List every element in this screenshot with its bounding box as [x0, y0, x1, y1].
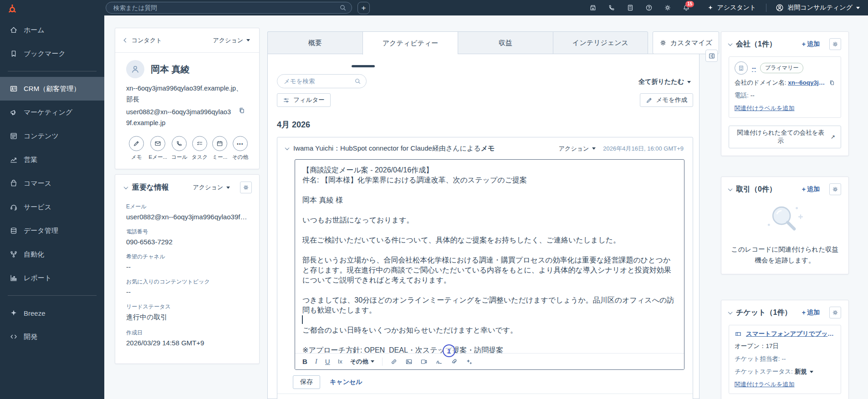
sidebar-item-breeze[interactable]: Breeze	[0, 301, 104, 325]
add-ticket-link[interactable]: +追加	[802, 308, 820, 317]
call-action-button[interactable]: コール	[171, 136, 188, 161]
sidebar-item-service[interactable]: サービス	[0, 195, 104, 219]
tab-revenue[interactable]: 収益	[458, 31, 553, 54]
companies-settings-button[interactable]	[829, 38, 841, 50]
insert-video-icon[interactable]	[420, 358, 428, 365]
assistant-button[interactable]: アシスタント	[707, 4, 756, 12]
search-icon[interactable]	[354, 78, 361, 85]
collapse-all-dropdown[interactable]: 全て折りたたむ	[638, 78, 691, 86]
insert-image-icon[interactable]	[405, 358, 413, 365]
contact-avatar	[126, 60, 144, 78]
sidebar-item-data[interactable]: データ管理	[0, 219, 104, 242]
field-email-value[interactable]: user0882@xn--6oqy3jma996qylao39f.e...	[126, 213, 248, 221]
sidebar-nav: ホーム ブックマーク CRM（顧客管理） マーケティング コンテンツ 営業 コマ…	[0, 18, 104, 348]
month-heading: 4月 2026	[277, 119, 310, 130]
collapse-note-chevron-icon[interactable]	[285, 146, 290, 150]
sidebar-item-label: 営業	[24, 156, 37, 164]
note-body[interactable]: 【商談設定メール案 - 2026/04/16作成】 件名: 【岡本様】化学業界に…	[295, 160, 684, 354]
calling-icon[interactable]	[602, 4, 621, 11]
note-search-input[interactable]	[277, 74, 367, 88]
collapse-right-panel-button[interactable]	[705, 50, 718, 62]
collapse-chevron-icon[interactable]	[728, 310, 733, 314]
settings-gear-icon[interactable]	[658, 4, 677, 11]
view-all-companies-button[interactable]: 関連付けられた全ての会社を表示↗	[729, 126, 841, 148]
account-menu[interactable]: 岩間コンサルティング	[776, 4, 863, 12]
copy-icon[interactable]	[829, 80, 835, 86]
task-action-button[interactable]: タスク	[192, 136, 208, 161]
add-association-label-link[interactable]: 関連付けラベルを追加	[735, 104, 795, 113]
create-note-button[interactable]: メモを作成	[640, 93, 693, 107]
task-icon	[192, 136, 207, 151]
meeting-action-button[interactable]: ミー...	[212, 136, 228, 161]
note-action-button[interactable]: メモ	[128, 136, 145, 161]
ai-assist-icon[interactable]	[465, 358, 473, 365]
collapse-chevron-icon[interactable]	[728, 187, 733, 191]
activity-panel: フィルター 全て折りたたむ メモを作成 4月 2026 Iwama Yuichi…	[267, 54, 700, 399]
email-action-button[interactable]: Eメー...	[149, 136, 168, 161]
note-editor[interactable]: 【商談設定メール案 - 2026/04/16作成】 件名: 【岡本様】化学業界に…	[295, 159, 684, 370]
note-search	[277, 74, 367, 88]
contact-actions-dropdown[interactable]: アクション	[213, 36, 250, 45]
calendar-icon	[212, 136, 227, 151]
notifications-bell-icon[interactable]: 15	[677, 4, 695, 11]
note-actions-dropdown[interactable]: アクション	[559, 145, 596, 153]
sidebar-item-commerce[interactable]: コマース	[0, 172, 104, 195]
tools-icon[interactable]	[621, 4, 639, 11]
tab-overview[interactable]: 概要	[267, 31, 363, 54]
quick-add-button[interactable]: +	[357, 2, 370, 14]
company-name-link[interactable]: --	[752, 65, 756, 72]
add-deal-link[interactable]: +追加	[802, 185, 820, 193]
sidebar-item-sales[interactable]: 営業	[0, 148, 104, 172]
sidebar-item-label: コンテンツ	[24, 132, 59, 141]
email-icon	[150, 136, 165, 151]
marketplace-icon[interactable]	[583, 4, 602, 11]
sidebar-item-marketing[interactable]: マーケティング	[0, 101, 104, 124]
help-icon[interactable]	[639, 4, 658, 11]
copy-icon[interactable]	[238, 107, 245, 114]
editor-toolbar: B I U Ix その他	[295, 353, 684, 369]
primary-badge: プライマリー	[760, 63, 803, 73]
back-to-contacts-link[interactable]: コンタクト	[124, 36, 162, 45]
sidebar-item-reports[interactable]: レポート	[0, 266, 104, 290]
attach-file-icon[interactable]	[450, 358, 458, 365]
company-domain-link[interactable]: xn--6oqy3jma9...	[788, 78, 829, 87]
toolbar-more-dropdown[interactable]: その他	[350, 358, 375, 366]
sidebar-item-automation[interactable]: 自動化	[0, 242, 104, 266]
sidebar-item-content[interactable]: コンテンツ	[0, 124, 104, 148]
hubspot-logo[interactable]	[0, 0, 104, 18]
user-avatar-icon	[776, 4, 784, 12]
tab-activities[interactable]: アクティビティー	[363, 31, 458, 55]
insert-link-icon[interactable]	[390, 358, 398, 365]
sidebar-item-dev[interactable]: 開発	[0, 325, 104, 348]
collapse-chevron-icon[interactable]	[728, 41, 733, 46]
sidebar-item-home[interactable]: ホーム	[0, 18, 104, 42]
more-action-button[interactable]: •••その他	[232, 136, 249, 161]
italic-button[interactable]: I	[315, 358, 317, 365]
sidebar-item-bookmarks[interactable]: ブックマーク	[0, 42, 104, 66]
insert-snippet-icon[interactable]	[435, 358, 443, 365]
clear-format-button[interactable]: Ix	[338, 358, 342, 365]
about-actions-dropdown[interactable]: アクション	[193, 183, 230, 192]
search-icon[interactable]	[339, 4, 347, 11]
add-company-link[interactable]: +追加	[802, 40, 820, 48]
bold-button[interactable]: B	[302, 358, 307, 365]
save-button[interactable]: 保存	[293, 375, 320, 389]
underline-button[interactable]: U	[325, 358, 330, 365]
about-settings-button[interactable]	[240, 182, 252, 193]
about-card-title: 重要な情報	[132, 183, 188, 192]
plus-icon: +	[362, 4, 366, 12]
tab-intelligence[interactable]: インテリジェンス	[553, 31, 648, 54]
deals-settings-button[interactable]	[829, 183, 841, 195]
cancel-link[interactable]: キャンセル	[330, 378, 363, 386]
record-tabs: 概要 アクティビティー 収益 インテリジェンス カスタマイズ	[267, 31, 719, 55]
tickets-settings-button[interactable]	[829, 307, 841, 318]
global-search-input[interactable]	[106, 2, 352, 14]
sidebar-item-label: データ管理	[24, 227, 58, 235]
sidebar-item-crm[interactable]: CRM（顧客管理）	[0, 77, 104, 101]
ticket-name-link[interactable]: スマートフォンアプリでプッシュ...	[746, 330, 835, 338]
tickets-card: チケット（1件） +追加 スマートフォンアプリでプッシュ... オープン：17日…	[721, 300, 849, 399]
add-association-label-link[interactable]: 関連付けラベルを追加	[735, 380, 795, 389]
ticket-status-dropdown[interactable]: 新規	[795, 367, 813, 376]
filter-button[interactable]: フィルター	[277, 93, 331, 107]
collapse-chevron-icon[interactable]	[124, 185, 128, 189]
